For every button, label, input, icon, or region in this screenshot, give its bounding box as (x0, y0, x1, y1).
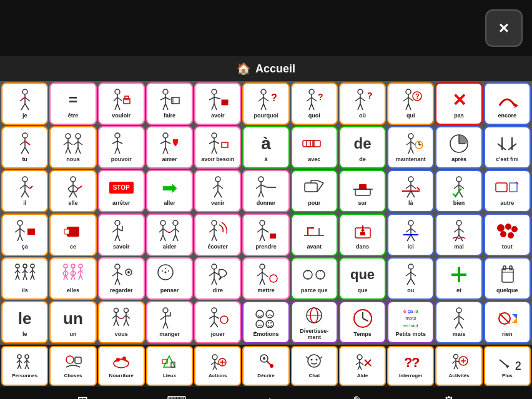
svg-line-147 (317, 180, 323, 183)
cell-icon-mettre (252, 263, 280, 287)
close-button[interactable]: × (485, 9, 523, 47)
cell-avec[interactable]: avec (291, 126, 338, 169)
svg-point-347 (268, 322, 269, 323)
cell-de[interactable]: de de (339, 126, 386, 169)
cell-que[interactable]: que que (339, 257, 386, 300)
tab-lieux[interactable]: Lieux (146, 346, 193, 386)
cell-etre[interactable]: = être (49, 82, 96, 125)
settings-icon[interactable]: ⚙ (443, 393, 455, 400)
tab-aide[interactable]: Aide (339, 346, 386, 386)
svg-line-141 (259, 191, 261, 197)
cell-pour[interactable]: pour (291, 170, 338, 212)
cell-la[interactable]: là (387, 170, 434, 212)
cell-qui[interactable]: ? qui (387, 82, 434, 125)
cell-temps[interactable]: ? ? Temps (339, 301, 386, 343)
cell-pouvoir[interactable]: pouvoir (98, 126, 145, 169)
cell-venir[interactable]: venir (194, 170, 241, 212)
cell-dire[interactable]: dire (194, 257, 241, 300)
cell-elles[interactable]: elles (49, 257, 96, 300)
cell-penser[interactable]: penser (146, 257, 193, 300)
tab-personnes[interactable]: Personnes (1, 346, 48, 386)
tab-choses[interactable]: Choses (49, 346, 96, 386)
svg-line-41 (309, 104, 312, 110)
cell-ca[interactable]: ça (1, 214, 48, 256)
cell-petits-mots[interactable]: è ça la mots en haut Petits mots (387, 301, 434, 343)
cell-arreter[interactable]: STOP arrêter (98, 170, 145, 212)
cell-quelque[interactable]: quelque (484, 257, 531, 300)
cell-dans[interactable]: dans (339, 214, 386, 256)
cell-ou[interactable]: ? où (339, 82, 386, 125)
cell-ici[interactable]: ici (387, 214, 434, 256)
cell-pas[interactable]: ✕ pas (435, 82, 482, 125)
cell-nous[interactable]: nous (49, 126, 96, 169)
tab-interroger[interactable]: ? ? Interroger (387, 346, 434, 386)
tab-nourriture[interactable]: Nourriture (98, 346, 145, 386)
cell-emotions[interactable]: Émotions (242, 301, 289, 343)
cell-maintenant[interactable]: maintenant (387, 126, 434, 169)
cell-bien[interactable]: bien (435, 170, 482, 212)
cell-pourquoi[interactable]: ? pourquoi (242, 82, 289, 125)
tab-decrire[interactable]: Décrire (242, 346, 289, 386)
cell-autre[interactable]: autre (484, 170, 531, 212)
svg-point-230 (497, 224, 505, 232)
cell-divertissement[interactable]: Divertisse-ment (291, 301, 338, 343)
tab-plus[interactable]: 2 2 Plus (484, 346, 531, 386)
cell-parce-que[interactable]: parce que (291, 257, 338, 300)
cell-avant[interactable]: avant (291, 214, 338, 256)
svg-line-295 (262, 278, 265, 285)
cell-faire[interactable]: faire (146, 82, 193, 125)
tab-actions[interactable]: Actions (194, 346, 241, 386)
cell-un[interactable]: un un (49, 301, 96, 343)
cell-savoir[interactable]: savoir (98, 214, 145, 256)
cell-sur[interactable]: sur (339, 170, 386, 212)
tab-chat[interactable]: Chat (291, 346, 338, 386)
cell-je[interactable]: je (1, 82, 48, 125)
cell-avoir[interactable]: avoir (194, 82, 241, 125)
cell-ecouter[interactable]: écouter (194, 214, 241, 256)
svg-point-234 (508, 232, 514, 239)
cell-quoi[interactable]: ? quoi (291, 82, 338, 125)
cell-prendre[interactable]: prendre (242, 214, 289, 256)
cell-vous[interactable]: vous (98, 301, 145, 343)
cell-mais[interactable]: mais (435, 301, 482, 343)
home-sys-icon[interactable]: ⌂ (265, 393, 273, 400)
cell-aider[interactable]: aider (146, 214, 193, 256)
cell-avoir-besoin[interactable]: avoir besoin (194, 126, 241, 169)
grid-icon[interactable]: ⊞ (77, 393, 88, 400)
cell-donner[interactable]: donner (242, 170, 289, 212)
cell-tu[interactable]: tu (1, 126, 48, 169)
cell-aimer[interactable]: aimer (146, 126, 193, 169)
cell-encore[interactable]: encore (484, 82, 531, 125)
svg-line-155 (411, 185, 416, 189)
cell-tout[interactable]: tout (484, 214, 531, 256)
cell-jouer[interactable]: jouer (194, 301, 241, 343)
cell-ce[interactable]: ce (49, 214, 96, 256)
cell-et[interactable]: et (435, 257, 482, 300)
cell-mettre[interactable]: mettre (242, 257, 289, 300)
cell-manger[interactable]: manger (146, 301, 193, 343)
svg-line-390 (215, 362, 219, 365)
tab-activites[interactable]: Activités (435, 346, 482, 386)
svg-line-391 (213, 366, 215, 370)
cell-ou2[interactable]: ou (387, 257, 434, 300)
cell-mal[interactable]: mal (435, 214, 482, 256)
cell-vouloir[interactable]: vouloir (98, 82, 145, 125)
cell-aller[interactable]: ➡ aller (146, 170, 193, 212)
cell-ils[interactable]: ils (1, 257, 48, 300)
cell-le[interactable]: le le (1, 301, 48, 343)
svg-point-341 (220, 316, 228, 323)
pen-icon[interactable]: ✎ (353, 393, 364, 400)
cell-rien[interactable]: rien (484, 301, 531, 343)
svg-point-265 (79, 264, 82, 268)
svg-line-121 (21, 191, 25, 197)
keyboard-icon[interactable]: ⌨ (167, 393, 187, 400)
cell-cest-fini[interactable]: c'est fini (484, 126, 531, 169)
svg-point-280 (165, 272, 167, 273)
cell-apres[interactable]: après (435, 126, 482, 169)
cell-regarder[interactable]: regarder (98, 257, 145, 300)
cell-il[interactable]: il (1, 170, 48, 212)
svg-line-95 (212, 147, 214, 154)
cell-icon-cest-fini (493, 132, 521, 155)
cell-elle[interactable]: elle (49, 170, 96, 212)
cell-a[interactable]: à à (242, 126, 289, 169)
